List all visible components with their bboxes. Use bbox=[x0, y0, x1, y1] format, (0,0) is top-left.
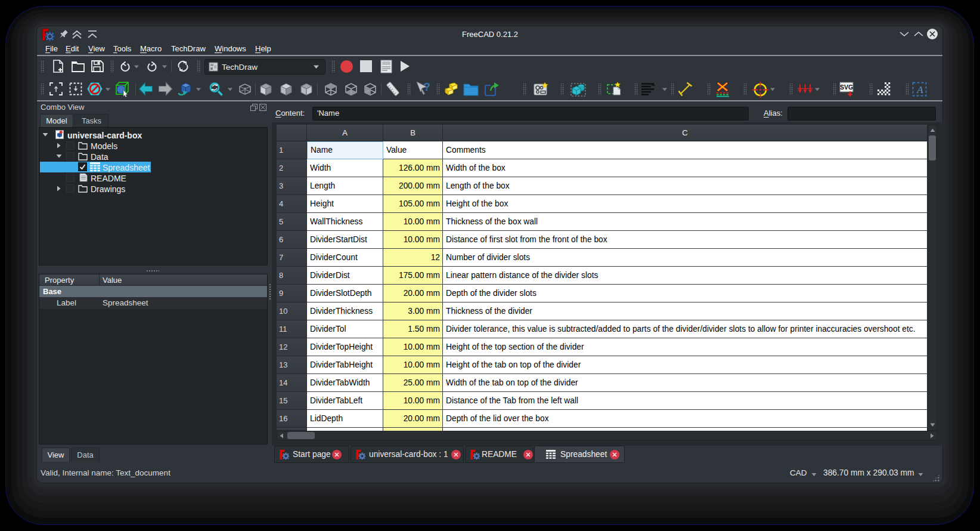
svg-text:A: A bbox=[916, 84, 923, 95]
svg-text:SVG: SVG bbox=[840, 84, 853, 91]
